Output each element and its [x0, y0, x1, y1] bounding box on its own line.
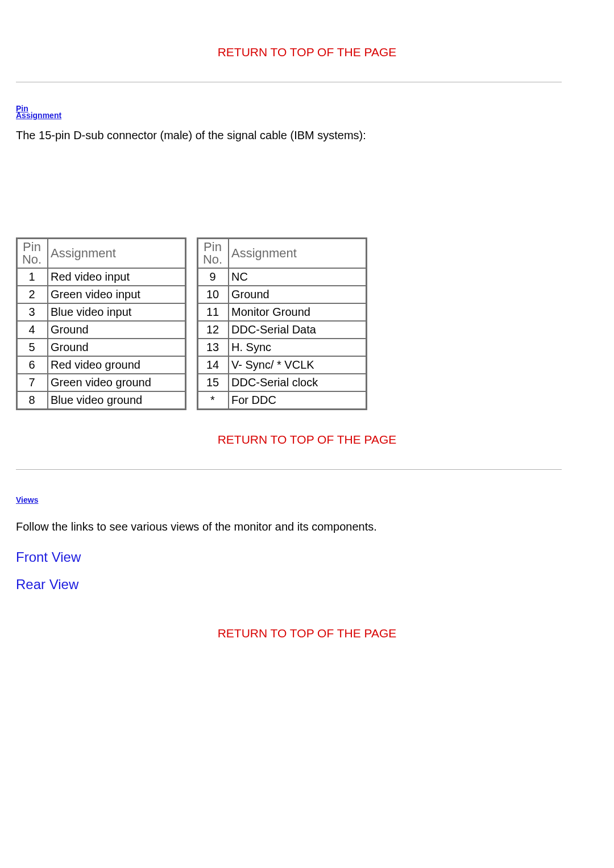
- table-row: 12DDC-Serial Data: [198, 321, 367, 339]
- views-anchor[interactable]: Views: [16, 496, 28, 509]
- table-row: 1Red video input: [17, 268, 186, 286]
- pin-tables: Pin No. Assignment 1Red video input 2Gre…: [16, 237, 598, 410]
- table-row: *For DDC: [198, 391, 367, 410]
- table-row: 11Monitor Ground: [198, 303, 367, 321]
- col-header-assignment: Assignment: [48, 239, 186, 269]
- table-row: 3Blue video input: [17, 303, 186, 321]
- col-header-pin-no: Pin No.: [17, 239, 48, 269]
- divider: [16, 469, 562, 470]
- return-to-top-link[interactable]: RETURN TO TOP OF THE PAGE: [16, 45, 598, 59]
- views-intro-text: Follow the links to see various views of…: [16, 520, 598, 533]
- pin-intro-text: The 15-pin D-sub connector (male) of the…: [16, 129, 598, 142]
- table-row: 9NC: [198, 268, 367, 286]
- pin-table-right: Pin No. Assignment 9NC 10Ground 11Monito…: [197, 237, 367, 410]
- pin-assignment-anchor[interactable]: Pin Assignment: [16, 105, 28, 118]
- return-to-top-link[interactable]: RETURN TO TOP OF THE PAGE: [16, 433, 598, 446]
- pin-table-left: Pin No. Assignment 1Red video input 2Gre…: [16, 237, 186, 410]
- table-row: 15DDC-Serial clock: [198, 374, 367, 391]
- front-view-link[interactable]: Front View: [16, 549, 598, 565]
- col-header-assignment: Assignment: [229, 239, 367, 269]
- table-row: 2Green video input: [17, 286, 186, 303]
- col-header-pin-no: Pin No.: [198, 239, 229, 269]
- table-row: 10Ground: [198, 286, 367, 303]
- table-row: 14V- Sync/ * VCLK: [198, 356, 367, 374]
- return-to-top-link[interactable]: RETURN TO TOP OF THE PAGE: [16, 627, 598, 640]
- table-row: 13H. Sync: [198, 339, 367, 356]
- table-row: 6Red video ground: [17, 356, 186, 374]
- rear-view-link[interactable]: Rear View: [16, 577, 598, 592]
- connector-image-placeholder: [16, 158, 598, 237]
- table-row: 4Ground: [17, 321, 186, 339]
- table-row: 7Green video ground: [17, 374, 186, 391]
- table-row: 5Ground: [17, 339, 186, 356]
- table-row: 8Blue video ground: [17, 391, 186, 410]
- divider: [16, 82, 562, 82]
